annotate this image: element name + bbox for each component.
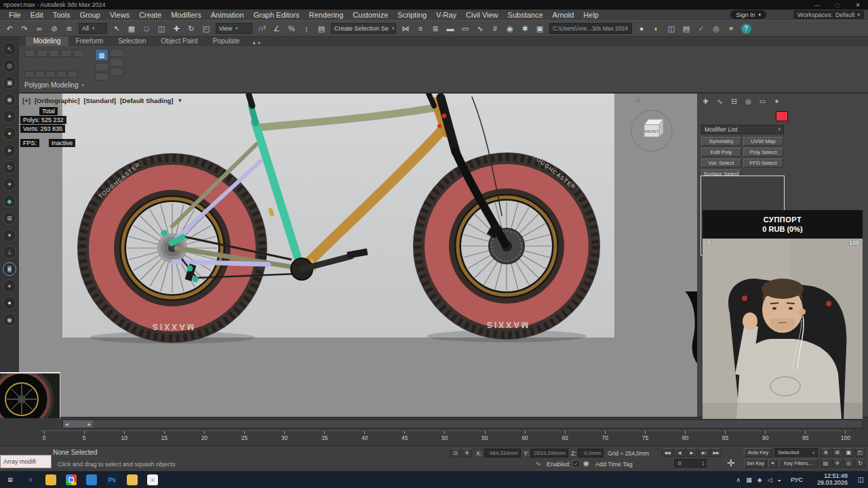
spinner-arrows-icon[interactable]: ▲▼ bbox=[702, 461, 705, 466]
ribbon-mini-button[interactable] bbox=[73, 49, 84, 57]
command-panel-tab-icon[interactable]: ⊟ bbox=[728, 96, 740, 106]
viewport-nav-icon[interactable]: ◰ bbox=[855, 448, 865, 457]
toolbar-icon[interactable]: ∩³ bbox=[254, 22, 269, 35]
ribbon-tab[interactable]: Modeling bbox=[26, 37, 68, 46]
viewport-nav-icon[interactable]: ✛ bbox=[832, 459, 842, 468]
ribbon-mini-button[interactable] bbox=[95, 63, 108, 71]
menu-item[interactable]: Create bbox=[134, 9, 166, 20]
notification-center-icon[interactable]: ◫ bbox=[858, 471, 864, 488]
left-tool-icon[interactable]: ◉ bbox=[3, 313, 16, 327]
x-coordinate-field[interactable]: 484,334mm bbox=[484, 449, 521, 458]
ribbon-mini-button[interactable] bbox=[68, 71, 77, 78]
ribbon-mini-button[interactable] bbox=[49, 49, 60, 57]
menu-item[interactable]: Animation bbox=[206, 9, 249, 20]
ribbon-mini-button[interactable] bbox=[95, 73, 108, 81]
ribbon-mini-button[interactable] bbox=[24, 49, 35, 57]
menu-item[interactable]: Scripting bbox=[393, 9, 431, 20]
toolbar-icon[interactable]: % bbox=[284, 22, 299, 35]
coordinate-mode-icon[interactable]: ⊡ bbox=[450, 449, 460, 458]
next-frame-icon[interactable]: ▶ bbox=[87, 422, 91, 426]
toolbar-icon[interactable]: ≣ bbox=[428, 22, 443, 35]
menu-item[interactable]: Arnold bbox=[548, 9, 579, 20]
menu-item[interactable]: Graph Editors bbox=[249, 9, 304, 20]
menu-item[interactable]: Modifiers bbox=[166, 9, 206, 20]
toolbar-icon[interactable]: ↶ bbox=[2, 22, 17, 35]
left-tool-icon[interactable]: ◉ bbox=[3, 93, 16, 106]
toolbar-icon[interactable]: □ bbox=[139, 22, 154, 35]
time-slider-handle[interactable]: ◀ ▶ bbox=[63, 420, 93, 428]
tray-icon[interactable]: ◁ bbox=[768, 476, 772, 483]
viewport-nav-icon[interactable]: ⊞ bbox=[832, 448, 842, 457]
menu-item[interactable]: Civil View bbox=[461, 9, 502, 20]
taskbar-app-button[interactable] bbox=[122, 471, 142, 488]
toolbar-icon[interactable]: ✚ bbox=[169, 22, 184, 35]
ribbon-mini-button[interactable] bbox=[110, 68, 123, 76]
left-tool-icon[interactable]: ↖ bbox=[3, 42, 16, 56]
toolbar-icon[interactable]: ▦ bbox=[124, 22, 139, 35]
left-tool-icon[interactable]: ◆ bbox=[3, 195, 16, 208]
all-filter-dropdown[interactable]: All▾ bbox=[79, 23, 107, 34]
taskbar-app-button[interactable]: ○ bbox=[20, 471, 41, 488]
y-coordinate-field[interactable]: 2833,396mm bbox=[530, 449, 568, 458]
menu-item[interactable]: Views bbox=[105, 9, 134, 20]
current-frame-spinner[interactable]: 0 ▲▼ bbox=[674, 459, 707, 468]
modifier-button[interactable]: FFD Select bbox=[743, 159, 783, 167]
command-panel-tab-icon[interactable]: ∿ bbox=[714, 96, 726, 106]
playback-button[interactable]: ▶▶ bbox=[711, 448, 722, 457]
playback-button[interactable]: ◀◀ bbox=[662, 448, 673, 457]
command-panel-tab-icon[interactable]: ✚ bbox=[700, 96, 711, 106]
playback-button[interactable]: ◀ bbox=[674, 448, 685, 457]
toolbar-icon[interactable]: ∿ bbox=[473, 22, 488, 35]
edit-poly-mode-button[interactable]: ▦ bbox=[95, 49, 108, 61]
toolbar-icon[interactable]: ◰ bbox=[199, 22, 214, 35]
left-tool-icon[interactable]: ✦ bbox=[3, 110, 16, 123]
modifier-list-dropdown[interactable]: Modifier List ▾ bbox=[701, 125, 784, 134]
time-tag-clock-icon[interactable]: ◉ bbox=[583, 460, 589, 467]
workspaces-dropdown[interactable]: Workspaces: Default ▾ bbox=[793, 10, 864, 19]
taskbar-app-button[interactable]: Ps bbox=[102, 471, 122, 488]
toolbar-icon[interactable]: ◫ bbox=[664, 22, 679, 35]
project-path-field[interactable]: C:\Users\Ane...3ds Max 2024 bbox=[549, 23, 632, 34]
timeline-ruler[interactable]: 0 5 10 15 20 25 bbox=[39, 430, 850, 443]
modifier-button[interactable]: Vol. Select bbox=[701, 159, 741, 167]
ribbon-mini-button[interactable] bbox=[46, 71, 56, 78]
menu-item[interactable]: Group bbox=[75, 9, 105, 20]
playback-button[interactable]: ▶| bbox=[698, 448, 709, 457]
minimize-button[interactable]: — bbox=[807, 0, 827, 9]
toolbar-icon[interactable]: ↻ bbox=[184, 22, 199, 35]
named-selection-sets-dropdown[interactable]: Create Selection Se▾ bbox=[331, 23, 396, 34]
ribbon-mini-button[interactable] bbox=[61, 49, 72, 57]
toolbar-icon[interactable]: ▬ bbox=[443, 22, 458, 35]
ribbon-mini-button[interactable] bbox=[37, 49, 47, 57]
menu-item[interactable]: Rendering bbox=[304, 9, 349, 20]
command-panel-tab-icon[interactable]: ▭ bbox=[757, 96, 768, 106]
menu-item[interactable]: File bbox=[4, 9, 26, 20]
toolbar-icon[interactable]: # bbox=[488, 22, 502, 35]
reference-coordinate-dropdown[interactable]: View▾ bbox=[216, 23, 252, 34]
viewport-nav-icon[interactable]: ▤ bbox=[821, 459, 831, 468]
set-key-button[interactable]: Set Key bbox=[744, 459, 767, 468]
previous-frame-icon[interactable]: ◀ bbox=[65, 422, 68, 426]
toolbar-icon[interactable]: ≋ bbox=[62, 22, 77, 35]
ribbon-tab[interactable]: Populate bbox=[205, 37, 247, 46]
left-tool-icon[interactable]: ■ bbox=[3, 262, 16, 276]
viewcube-home-icon[interactable]: ⌂ bbox=[636, 96, 640, 103]
left-tool-icon[interactable]: ↻ bbox=[3, 161, 16, 174]
toolbar-icon[interactable]: ▤ bbox=[314, 22, 329, 35]
coordinate-mode-icon[interactable]: ✛ bbox=[462, 449, 472, 458]
taskbar-app-button[interactable]: ≡ bbox=[142, 471, 163, 488]
toolbar-icon[interactable]: ▣ bbox=[532, 22, 547, 35]
ribbon-mini-button[interactable] bbox=[35, 71, 45, 78]
taskbar-app-button[interactable] bbox=[61, 471, 81, 488]
viewport-menu-general[interactable]: [+] bbox=[22, 97, 31, 104]
toolbar-icon[interactable]: ✓ bbox=[694, 22, 709, 35]
left-tool-icon[interactable]: ✶ bbox=[3, 178, 16, 191]
maximize-button[interactable]: ▢ bbox=[827, 0, 848, 9]
menu-item[interactable]: Edit bbox=[26, 9, 48, 20]
auto-key-button[interactable]: Auto Key bbox=[744, 448, 772, 457]
sign-in-button[interactable]: Sign In ▾ bbox=[730, 10, 766, 19]
time-slider-track[interactable]: ◀ ▶ bbox=[62, 420, 863, 428]
close-button[interactable]: ✕ bbox=[848, 0, 868, 9]
menu-item[interactable]: Customize bbox=[348, 9, 393, 20]
viewport-nav-icon[interactable]: ◎ bbox=[844, 459, 854, 468]
